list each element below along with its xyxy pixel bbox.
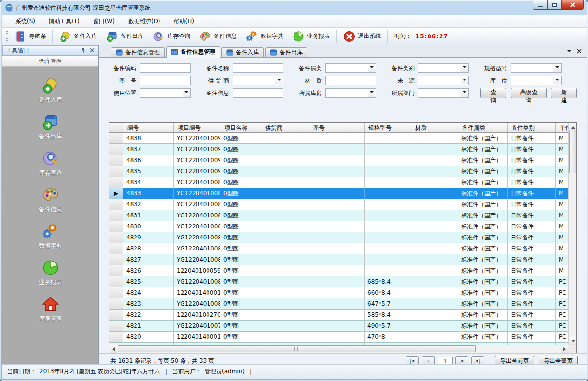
tab-close-icon[interactable] [577, 49, 582, 54]
drawing-no-input[interactable] [140, 76, 191, 85]
scroll-left-icon[interactable] [110, 345, 117, 353]
toolbar-grip[interactable] [6, 31, 8, 42]
close-button[interactable] [562, 0, 584, 10]
table-cell: YG12204010087 [174, 199, 220, 210]
material-input[interactable] [325, 76, 376, 85]
table-row[interactable]: 4835YG122040100900型圈标准件（国产）日常备件M [109, 166, 569, 177]
pin-icon[interactable] [80, 48, 86, 53]
toolbar-stock-query-button[interactable]: 库存查询 [148, 29, 195, 44]
table-row[interactable]: 4828YG122040100830型圈标准件（国产）日常备件M [109, 243, 569, 254]
tab-spare-in[interactable]: 备件入库 [221, 47, 264, 57]
sidebar-item-data-dict[interactable]: 数据字典 [7, 221, 94, 251]
horizontal-scrollbar[interactable] [109, 345, 569, 353]
toolbar-spare-info-button[interactable]: 备件信息 [195, 29, 241, 44]
sidebar-item-spare-out[interactable]: 备件出库 [7, 112, 94, 142]
table-cell [411, 254, 458, 265]
vertical-scrollbar-thumb[interactable] [569, 131, 576, 173]
use-position-select[interactable] [140, 88, 191, 98]
sidebar-group-title[interactable]: 仓库管理 [2, 56, 98, 67]
sidebar-item-stock-query[interactable]: 库存查询 [7, 148, 94, 178]
column-header[interactable]: 编号 [123, 123, 174, 132]
column-header[interactable]: 材质 [411, 123, 458, 132]
table-row[interactable]: 4831YG122040100860型圈标准件（国产）日常备件M [109, 210, 569, 221]
minimize-button[interactable] [533, 0, 547, 10]
query-button[interactable]: 查询 [480, 88, 506, 98]
spare-type-select[interactable] [418, 63, 469, 73]
column-header[interactable]: 备件类别 [508, 123, 556, 132]
scroll-up-icon[interactable] [569, 123, 576, 131]
menu-tools[interactable]: 辅助工具(T) [42, 15, 86, 27]
toolbar-navbar-button[interactable]: 导航条 [10, 29, 50, 44]
table-row[interactable]: 482412204014000120型圈660*8.4标准件（国产）日常备件PC [109, 287, 569, 298]
column-header[interactable]: 备件属类 [458, 123, 508, 132]
spare-category-select[interactable] [325, 63, 376, 73]
close-panel-icon[interactable] [90, 48, 95, 53]
sidebar-item-report[interactable]: 业务报表 [7, 258, 94, 287]
tab-spare-info-mgmt-1[interactable]: 备件信息管理 [111, 47, 165, 57]
table-row[interactable]: 4829YG122040100840型圈标准件（国产）日常备件M [109, 232, 569, 243]
toolbar-report-button[interactable]: 业务报表 [288, 29, 334, 44]
source-select[interactable] [418, 76, 469, 85]
column-header[interactable]: 规格型号 [365, 123, 411, 132]
table-cell [261, 221, 309, 232]
table-row[interactable]: ▶4833YG122040100880型圈标准件（国产）日常备件M [109, 188, 569, 199]
spare-code-input[interactable] [140, 63, 191, 73]
tab-spare-info-mgmt-2[interactable]: 备件信息管理 [166, 46, 220, 58]
tab-dropdown-icon[interactable] [567, 50, 571, 54]
table-row[interactable]: 482012204014000130型圈470*8标准件（国产）日常备件PC [109, 332, 569, 343]
menu-help[interactable]: 帮助(H) [168, 15, 200, 27]
table-row[interactable]: 4830YG122040100850型圈标准件（国产）日常备件M [109, 221, 569, 232]
new-button[interactable]: 新建 [551, 88, 577, 98]
spec-model-select[interactable] [511, 63, 562, 73]
spare-name-input[interactable] [233, 63, 283, 73]
table-row[interactable]: 4832YG122040100870型圈标准件（国产）日常备件M [109, 199, 569, 210]
table-row[interactable]: 482612204010005990型圈标准件（国产）日常备件M [109, 265, 569, 276]
table-row[interactable]: 4836YG122040100910型圈标准件（国产）日常备件M [109, 155, 569, 166]
toolbar-spare-in-button[interactable]: 备件入库 [55, 29, 101, 44]
scroll-right-icon[interactable] [561, 345, 568, 353]
toolbar-exit-button[interactable]: 退出系统 [339, 29, 385, 44]
horizontal-scrollbar-thumb[interactable] [118, 345, 476, 352]
table-row[interactable]: 4825YG122040100810型圈685*8.4标准件（国产）日常备件PC [109, 276, 569, 287]
column-header[interactable]: 图号 [309, 123, 365, 132]
table-cell: YG12204010080 [174, 298, 220, 309]
column-header[interactable]: 单位 [556, 123, 569, 132]
table-cell: 0型圈 [220, 332, 261, 342]
table-row[interactable]: 4838YG122040100930型圈标准件（国产）日常备件M [109, 133, 569, 144]
sidebar-item-warehouse-mgmt[interactable]: 库房管理 [7, 294, 94, 324]
column-header[interactable]: 供货商 [261, 123, 309, 132]
column-header[interactable]: 项目名称 [220, 123, 261, 132]
table-row[interactable]: 4823YG122040100800型圈647*5.7标准件（国产）日常备件PC [109, 298, 569, 310]
sidebar-item-spare-info[interactable]: 备件信息 [7, 185, 94, 214]
warehouse-select[interactable] [325, 88, 376, 98]
table-cell: 0型圈 [220, 298, 261, 309]
vertical-scrollbar[interactable] [568, 123, 576, 345]
row-indicator [109, 332, 123, 342]
window-controls [533, 0, 584, 10]
current-user-value: 管理员(admin) [205, 368, 245, 376]
scroll-down-icon[interactable] [569, 337, 576, 345]
table-cell: 标准件（国产） [458, 144, 508, 155]
advanced-query-button[interactable]: 高级查询 [511, 88, 547, 98]
sidebar-item-spare-in[interactable]: 备件入库 [7, 75, 94, 105]
location-select[interactable] [511, 76, 562, 85]
table-row[interactable]: 4837YG122040100920型圈标准件（国产）日常备件M [109, 144, 569, 155]
table-row[interactable]: 4821YG122040100790型圈490*5.7标准件（国产）日常备件PC [109, 321, 569, 332]
row-indicator [109, 199, 123, 210]
menu-window[interactable]: 窗口(W) [87, 15, 121, 27]
app-icon [5, 4, 13, 12]
column-header[interactable]: 项目编号 [174, 123, 220, 132]
table-cell: 4831 [123, 210, 174, 221]
tab-spare-out[interactable]: 备件出库 [265, 47, 307, 57]
table-row[interactable]: 4827YG122040100820型圈标准件（国产）日常备件M [109, 254, 569, 265]
table-row[interactable]: 482212204010027000型圈585*8.4标准件（国产）日常备件PC [109, 310, 569, 321]
toolbar-spare-out-button[interactable]: 备件出库 [101, 29, 148, 44]
maximize-button[interactable] [547, 0, 562, 10]
department-select[interactable] [418, 88, 469, 98]
menu-data-maintenance[interactable]: 数据维护(D) [122, 15, 167, 27]
menu-system[interactable]: 系统(S) [9, 15, 41, 27]
table-row[interactable]: 4834YG122040100890型圈标准件（国产）日常备件M [109, 177, 569, 188]
remark-input[interactable] [233, 88, 283, 98]
toolbar-data-dict-button[interactable]: 数据字典 [241, 29, 288, 44]
supplier-select[interactable] [233, 76, 283, 85]
